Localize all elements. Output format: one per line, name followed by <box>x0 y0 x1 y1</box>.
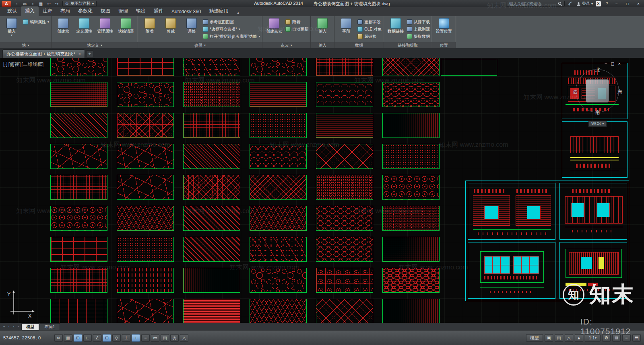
pattern-swatch-12[interactable] <box>382 82 440 107</box>
status-toggle-snap-mode[interactable]: ▦ <box>64 334 72 342</box>
pattern-swatch-51[interactable] <box>183 299 240 323</box>
pattern-swatch-44[interactable] <box>117 268 174 293</box>
pattern-swatch-54[interactable] <box>382 299 440 323</box>
prev-tab-icon[interactable]: ‹ <box>7 324 11 329</box>
pattern-swatch-1[interactable] <box>50 58 107 76</box>
quick-view-layouts-button[interactable]: ▣ <box>545 334 553 342</box>
field-button[interactable]: 字段 <box>336 17 356 42</box>
pattern-swatch-36[interactable] <box>382 206 440 231</box>
search-input[interactable] <box>508 1 556 6</box>
undo-button[interactable]: ↩ <box>45 1 52 7</box>
close-icon[interactable]: × <box>78 52 81 56</box>
insert-block-button[interactable]: 插入 ▾ <box>2 17 21 42</box>
viewcube-west-label[interactable]: 西 <box>573 88 578 95</box>
pattern-swatch-30[interactable] <box>382 175 440 200</box>
status-toggle-selection-cycling[interactable]: ◎ <box>170 334 179 342</box>
pattern-swatch-52[interactable] <box>250 299 307 323</box>
pattern-swatch-19[interactable] <box>50 144 107 169</box>
ribbon-tab-featured-apps[interactable]: 精选应用 <box>205 6 232 16</box>
clip-button[interactable]: 剪裁 <box>161 17 180 42</box>
ribbon-tab-plugins[interactable]: 插件 <box>150 6 167 16</box>
auto-update-button[interactable]: 自动更新 <box>285 26 308 32</box>
visual-style-menu[interactable]: [二维线框] <box>21 61 43 68</box>
download-from-source-button[interactable]: 从源下载 <box>407 19 430 25</box>
define-attributes-button[interactable]: 定义属性 <box>74 17 94 42</box>
doc-minimize-icon[interactable]: − <box>605 61 607 66</box>
pattern-swatch-11[interactable] <box>316 82 373 107</box>
pattern-swatch-16[interactable] <box>250 113 307 138</box>
view-menu[interactable]: [俯视] <box>8 61 21 68</box>
quick-view-drawings-button[interactable]: ▤ <box>555 334 563 342</box>
pattern-swatch-4[interactable] <box>250 58 307 76</box>
exchange-apps-icon[interactable]: X <box>596 1 601 6</box>
edit-attribute-button[interactable]: 编辑属性 ▾ <box>23 19 49 25</box>
update-field-button[interactable]: 更新字段 <box>357 19 382 25</box>
ribbon-tab-home[interactable]: 默认 <box>3 6 21 16</box>
annotation-autoscale-button[interactable]: ▲ <box>575 334 583 342</box>
new-drawing-tab-button[interactable]: + <box>86 50 93 57</box>
layout1-tab[interactable]: 布局1 <box>40 323 60 330</box>
viewcube-east-label[interactable]: 东 <box>617 88 622 95</box>
infocenter-search[interactable] <box>507 1 565 6</box>
maximize-button[interactable]: □ <box>623 1 632 7</box>
pattern-swatch-17[interactable] <box>316 113 373 138</box>
side-drawing-elevation-2[interactable] <box>562 121 627 178</box>
underlay-layers-button[interactable]: 参考底图图层 <box>203 19 260 25</box>
pattern-swatch-13[interactable] <box>50 113 107 138</box>
pattern-swatch-29[interactable] <box>316 175 373 200</box>
pattern-swatch-31[interactable] <box>50 206 107 231</box>
search-icon[interactable] <box>557 1 563 7</box>
open-button[interactable]: ▭ <box>21 1 28 7</box>
pattern-swatch-39[interactable] <box>183 237 240 262</box>
pattern-swatch-50[interactable] <box>117 299 174 323</box>
workspace-dropdown[interactable]: ⚙ 草图与注释 ▾ <box>62 1 97 7</box>
side-drawing-elevation-6[interactable] <box>559 242 627 299</box>
upload-to-source-button[interactable]: 上载到源 <box>407 26 430 32</box>
pattern-swatch-23[interactable] <box>316 144 373 169</box>
side-drawing-elevation-5[interactable] <box>468 242 555 299</box>
viewcube-north-label[interactable]: 北 <box>595 67 600 74</box>
toolbar-lock-button[interactable]: ⊠ <box>612 334 621 342</box>
attach-point-cloud-button[interactable]: 附着 <box>285 19 308 25</box>
import-button[interactable]: 输入 <box>313 17 332 42</box>
pattern-swatch-47[interactable] <box>316 268 373 293</box>
pattern-swatch-32[interactable] <box>117 206 174 231</box>
adjust-button[interactable]: 调整 <box>182 17 201 42</box>
create-point-cloud-button[interactable]: 创建点云 <box>264 17 284 42</box>
redo-button[interactable]: ↪ <box>54 1 60 7</box>
status-toggle-dynamic-input[interactable]: + <box>132 334 140 342</box>
pattern-swatch-6[interactable] <box>382 58 440 76</box>
ribbon-tab-annotate[interactable]: 注释 <box>39 6 56 16</box>
pattern-swatch-46[interactable] <box>250 268 307 293</box>
set-location-button[interactable]: 设置位置 <box>434 17 454 42</box>
pattern-swatch-33[interactable] <box>183 206 240 231</box>
ribbon-tab-insert[interactable]: 插入 <box>21 6 39 16</box>
pattern-swatch-45[interactable] <box>183 268 240 293</box>
status-toggle-annotation-monitor[interactable]: △ <box>180 334 188 342</box>
status-toggle-polar-tracking[interactable]: ∠ <box>93 334 101 342</box>
pattern-swatch-26[interactable] <box>117 175 174 200</box>
wcs-menu[interactable]: WCS ▾ <box>588 121 607 127</box>
a360-connect-icon[interactable] <box>568 1 574 7</box>
pattern-swatch-43[interactable] <box>50 268 107 293</box>
annotation-scale-button[interactable]: 1:1 ▾ <box>585 334 601 342</box>
help-button[interactable]: ? <box>604 1 610 7</box>
block-editor-button[interactable]: 块编辑器 <box>116 17 136 42</box>
close-button[interactable]: × <box>634 1 642 7</box>
pattern-swatch-28[interactable] <box>250 175 307 200</box>
data-link-button[interactable]: 数据链接 <box>386 17 405 42</box>
ribbon-tab-autodesk-360[interactable]: Autodesk 360 <box>167 8 205 16</box>
pattern-swatch-15[interactable] <box>183 113 240 138</box>
pattern-swatch-42[interactable] <box>382 237 440 262</box>
extract-data-button[interactable]: 提取数据 <box>407 33 430 39</box>
status-toggle-infer-constraints[interactable]: ∞ <box>54 334 63 342</box>
pattern-swatch-21[interactable] <box>183 144 240 169</box>
status-toggle-object-snap[interactable]: ⊡ <box>103 334 111 342</box>
pattern-swatch-48[interactable] <box>382 268 440 293</box>
pattern-swatch-7[interactable] <box>50 82 107 107</box>
pattern-swatch-35[interactable] <box>316 206 373 231</box>
status-toggle-show-lineweight[interactable]: ≡ <box>141 334 150 342</box>
hyperlink-button[interactable]: 超链接 <box>357 33 382 39</box>
pattern-swatch-9[interactable] <box>183 82 240 107</box>
pattern-swatch-8[interactable] <box>117 82 174 107</box>
